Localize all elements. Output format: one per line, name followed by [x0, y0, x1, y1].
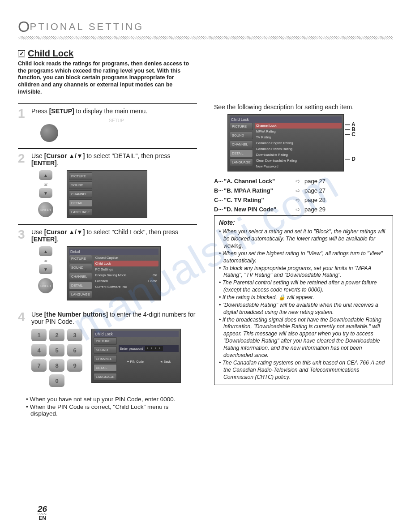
right-column: See the following description for settin…	[214, 103, 393, 418]
osd-item: Canadian French Rating	[255, 146, 342, 152]
osd-empty	[94, 172, 145, 216]
step-number: 4	[18, 311, 28, 387]
osd-footer: ✦ PIN Code	[127, 360, 144, 364]
text: .	[57, 236, 59, 243]
callout-c: — C	[345, 131, 355, 137]
osd-tab-active: DETAIL	[69, 199, 92, 207]
text: Use	[31, 152, 44, 159]
section-title-text: Child Lock	[28, 48, 73, 59]
osd-item-highlighted: Child Lock	[94, 261, 158, 266]
note-heading: Note:	[219, 219, 388, 227]
osd-tab: CHANNEL	[69, 190, 92, 198]
step-2: 2 Use [Cursor ▲/▼] to select "DETAIL", t…	[18, 148, 197, 224]
step2-instruction: Use [Cursor ▲/▼] to select "DETAIL", the…	[31, 152, 197, 167]
note-item: When you select a rating and set it to "…	[223, 228, 388, 250]
osd-tab: PICTURE	[69, 255, 92, 262]
osd-tab: SOUND	[230, 132, 253, 139]
text: Use	[31, 311, 44, 318]
legend-row: B···"B. MPAA Rating"➪page 27	[214, 187, 393, 194]
key-9: 9	[67, 359, 82, 372]
cursor-arrows: ▲ or ▼ ENTER	[38, 170, 53, 217]
key-1: 1	[31, 329, 47, 341]
cursor-arrows: ▲ or ▼ ENTER	[38, 246, 53, 293]
step-3: 3 Use [Cursor ▲/▼] to select "Child Lock…	[18, 224, 197, 307]
callout-d: — D	[345, 156, 355, 162]
note-item: If the broadcasting signal does not have…	[223, 317, 388, 359]
enter-key-ref: [ENTER]	[31, 159, 57, 167]
osd-title: Detail	[69, 249, 158, 255]
page-lang: EN	[39, 515, 46, 521]
text: to select "Child Lock", then press	[85, 228, 178, 236]
note-item: "Downloadable Rating" will be available …	[223, 302, 388, 316]
step1-instruction: Press [SETUP] to display the main menu.	[31, 107, 197, 115]
osd-menu-childlock: Detail PICTURE SOUND CHANNEL DETAIL LANG…	[67, 246, 161, 300]
text: to display the main menu.	[74, 107, 147, 115]
key-3: 3	[67, 329, 82, 341]
bullet-item: When the PIN Code is correct, "Child Loc…	[30, 403, 197, 417]
osd-item: Clear Downloadable Rating	[255, 158, 342, 163]
setup-key-ref: [SETUP]	[49, 107, 74, 115]
step3-instruction: Use [Cursor ▲/▼] to select "Child Lock",…	[31, 228, 197, 243]
setup-label: SETUP	[36, 118, 197, 123]
note-item: The Parental control setting will be ret…	[223, 279, 388, 294]
header-category: PTIONAL SETTING	[30, 21, 144, 33]
keypad-icon: 1 2 3 4 5 6 7 8 9 0	[31, 329, 82, 387]
osd-tab: CHANNEL	[230, 141, 253, 148]
text: to select "DETAIL", then press	[85, 152, 171, 159]
osd-pin-entry: Child Lock PICTURE SOUND CHANNEL DETAIL …	[91, 329, 181, 383]
legend-row: A···"A. Channel Lock"➪page 27	[214, 178, 393, 184]
text: .	[57, 159, 59, 167]
osd-item: Closed Caption	[94, 255, 158, 261]
note-item: To block any inappropriate programs, set…	[223, 265, 388, 279]
osd-tab-active: DETAIL	[94, 364, 117, 372]
osd-tab: PICTURE	[94, 337, 117, 345]
osd-tab: CHANNEL	[94, 355, 117, 363]
cursor-key-ref: [Cursor ▲/▼]	[44, 152, 85, 159]
osd-item: Energy Saving Mode On	[94, 272, 158, 278]
key-5: 5	[49, 344, 64, 356]
osd-tab-active: DETAIL	[230, 150, 253, 157]
note-item: If the rating is blocked, 🔒 will appear.	[223, 294, 388, 301]
osd-item: MPAA Rating	[255, 129, 342, 134]
osd-item: Current Software Info	[94, 284, 158, 290]
step-1: 1 Press [SETUP] to display the main menu…	[18, 103, 197, 148]
section-intro: Child lock reads the ratings for program…	[18, 60, 197, 95]
osd-tab: SOUND	[69, 181, 92, 189]
note-box: Note: When you select a rating and set i…	[214, 215, 393, 385]
bullet-item: When you have not set up your PIN Code, …	[30, 396, 197, 403]
osd-tab: CHANNEL	[69, 273, 92, 280]
text: Press	[31, 107, 49, 115]
page-header: O PTIONAL SETTING	[18, 18, 393, 35]
checkbox-icon: ✓	[18, 50, 25, 57]
or-label: or	[43, 181, 47, 187]
key-8: 8	[49, 359, 64, 372]
page-number: 26 EN	[38, 504, 47, 521]
cursor-key-ref: [Cursor ▲/▼]	[44, 228, 85, 236]
or-label: or	[43, 257, 47, 263]
osd-menu-detail: PICTURE SOUND CHANNEL DETAIL LANGUAGE	[67, 170, 147, 218]
osd-tab: SOUND	[69, 264, 92, 271]
step-number: 2	[18, 152, 28, 218]
right-osd-wrap: Child Lock PICTURE SOUND CHANNEL DETAIL …	[227, 114, 371, 172]
enter-key-ref: [ENTER]	[31, 236, 57, 243]
key-7: 7	[31, 359, 47, 372]
number-buttons-ref: [the Number buttons]	[44, 311, 108, 318]
note-item: When you set the highest rating to "View…	[223, 250, 388, 265]
legend: A···"A. Channel Lock"➪page 27 B···"B. MP…	[214, 178, 393, 213]
osd-footer: ◄ Back	[160, 360, 171, 364]
text: Use	[31, 228, 44, 236]
arrow-down-icon: ▼	[39, 188, 52, 198]
step-4: 4 Use [the Number buttons] to enter the …	[18, 307, 197, 393]
osd-item: TV Rating	[255, 134, 342, 140]
arrow-down-icon: ▼	[39, 264, 52, 274]
osd-tab: PICTURE	[230, 123, 253, 130]
arrow-up-icon: ▲	[39, 246, 52, 256]
legend-row: D···"D. New PIN Code"➪page 29	[214, 206, 393, 213]
osd-tab: PICTURE	[69, 172, 92, 180]
osd-tab: LANGUAGE	[69, 208, 92, 216]
osd-item: Location Home	[94, 278, 158, 284]
osd-childlock-list: Child Lock PICTURE SOUND CHANNEL DETAIL …	[227, 114, 344, 172]
enter-button-icon: ENTER	[38, 278, 53, 293]
left-column: 1 Press [SETUP] to display the main menu…	[18, 103, 197, 418]
key-0: 0	[49, 374, 64, 387]
